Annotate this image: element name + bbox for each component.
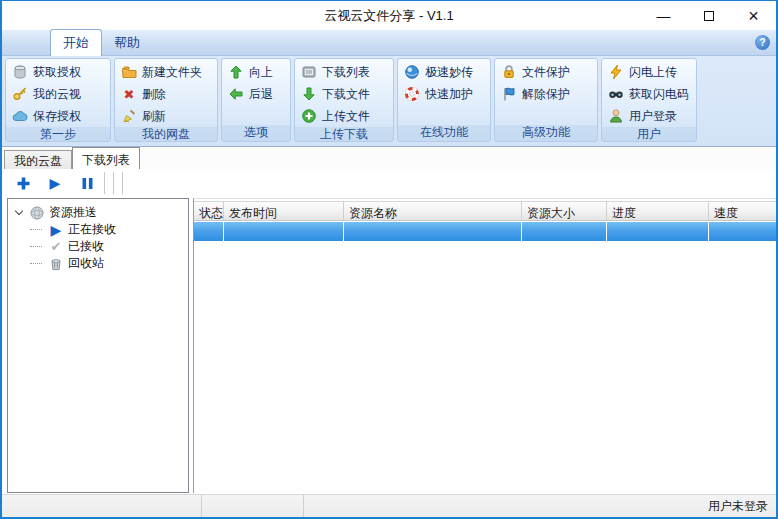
up-button[interactable]: 向上: [228, 61, 290, 83]
page-tab-strip: 我的云盘 下载列表: [2, 147, 776, 169]
quick-protect-button[interactable]: 快速加护: [404, 83, 490, 105]
pause-icon: [81, 177, 94, 190]
lifebuoy-icon: [404, 86, 420, 102]
tree-node-label: 资源推送: [49, 204, 97, 221]
unprotect-button[interactable]: 解除保护: [501, 83, 597, 105]
tree-node-label: 正在接收: [68, 221, 116, 238]
user-icon: [608, 108, 624, 124]
button-label: 新建文件夹: [142, 64, 202, 81]
tree-connector: [30, 246, 42, 247]
ribbon-group-advanced-features: 文件保护 解除保护 高级功能: [494, 58, 598, 142]
button-label: 下载列表: [322, 64, 370, 81]
help-icon[interactable]: ?: [755, 35, 770, 50]
tree-node-resource-push[interactable]: 资源推送: [8, 204, 188, 221]
column-header-resource-size[interactable]: 资源大小: [522, 202, 607, 220]
ribbon: 获取授权 我的云视 保存授权 第一步 新建文件夹: [2, 56, 776, 147]
group-items: 下载列表 下载文件 上传文件: [295, 59, 393, 127]
button-label: 极速妙传: [425, 64, 473, 81]
ribbon-group-label: 选项: [222, 125, 290, 141]
button-label: 快速加护: [425, 86, 473, 103]
tree-node-label: 回收站: [68, 255, 104, 272]
ribbon-group-label: 我的网盘: [115, 127, 217, 142]
binoculars-icon: [608, 86, 624, 102]
resource-tree-panel: 资源推送 ▶ 正在接收 ✔ 已接收 回收站: [7, 198, 189, 493]
chevron-down-icon[interactable]: [15, 207, 23, 215]
key-icon: [12, 86, 28, 102]
file-protect-button[interactable]: 文件保护: [501, 61, 597, 83]
download-file-button[interactable]: 下载文件: [301, 83, 393, 105]
table-cell: [194, 222, 224, 241]
table-row-selected[interactable]: [194, 222, 776, 241]
delete-icon: ✖: [121, 86, 137, 102]
button-label: 解除保护: [522, 86, 570, 103]
back-button[interactable]: 后退: [228, 83, 290, 105]
ribbon-group-user: 闪电上传 获取闪电码 用户登录 用户: [601, 58, 697, 142]
table-cell: [607, 222, 709, 241]
speed-transfer-globe-icon: [404, 64, 420, 80]
tree-node-received[interactable]: ✔ 已接收: [8, 238, 188, 255]
table-header-row: 状态 发布时间 资源名称 资源大小 进度 速度: [194, 201, 776, 221]
ribbon-group-upload-download: 下载列表 下载文件 上传文件 上传下载: [294, 58, 394, 142]
get-lightning-code-button[interactable]: 获取闪电码: [608, 83, 696, 105]
ribbon-group-online-features: 极速妙传 快速加护 在线功能: [397, 58, 491, 142]
main-content: 资源推送 ▶ 正在接收 ✔ 已接收 回收站 状态 发布时间: [2, 197, 776, 494]
column-header-speed[interactable]: 速度: [709, 202, 776, 220]
ribbon-group-label: 第一步: [6, 127, 110, 142]
group-items: 闪电上传 获取闪电码 用户登录: [602, 59, 696, 127]
column-header-status[interactable]: 状态: [194, 202, 224, 220]
speed-transfer-button[interactable]: 极速妙传: [404, 61, 490, 83]
tab-my-cloud-disk[interactable]: 我的云盘: [4, 150, 72, 169]
ribbon-group-label: 用户: [602, 127, 696, 142]
start-task-button[interactable]: ▶: [46, 174, 64, 192]
tab-download-list[interactable]: 下载列表: [72, 147, 140, 169]
upload-file-button[interactable]: 上传文件: [301, 105, 393, 127]
new-folder-button[interactable]: 新建文件夹: [121, 61, 217, 83]
ribbon-group-label: 在线功能: [398, 125, 490, 141]
button-label: 用户登录: [629, 108, 677, 125]
add-task-button[interactable]: [14, 174, 32, 192]
download-toolbar: ▶: [2, 169, 776, 197]
button-label: 保存授权: [33, 108, 81, 125]
tree-node-receiving[interactable]: ▶ 正在接收: [8, 221, 188, 238]
column-header-resource-name[interactable]: 资源名称: [344, 202, 522, 220]
play-icon: ▶: [48, 222, 64, 238]
group-items: 获取授权 我的云视 保存授权: [6, 59, 110, 127]
delete-button[interactable]: ✖ 删除: [121, 83, 217, 105]
table-cell: [224, 222, 344, 241]
check-icon: ✔: [48, 239, 64, 255]
tab-start[interactable]: 开始: [50, 29, 102, 56]
up-arrow-icon: [228, 64, 244, 80]
database-icon: [12, 64, 28, 80]
tab-help[interactable]: 帮助: [102, 30, 152, 55]
status-segment: [202, 495, 304, 517]
my-yunshi-button[interactable]: 我的云视: [12, 83, 110, 105]
ribbon-group-label: 上传下载: [295, 127, 393, 142]
save-authorization-button[interactable]: 保存授权: [12, 105, 110, 127]
pause-task-button[interactable]: [78, 174, 96, 192]
user-login-button[interactable]: 用户登录: [608, 105, 696, 127]
download-list-icon: [301, 64, 317, 80]
lightning-upload-button[interactable]: 闪电上传: [608, 61, 696, 83]
ribbon-group-label: 高级功能: [495, 125, 597, 141]
button-label: 闪电上传: [629, 64, 677, 81]
button-label: 删除: [142, 86, 166, 103]
button-label: 文件保护: [522, 64, 570, 81]
button-label: 获取授权: [33, 64, 81, 81]
toolbar-separator: [113, 172, 114, 194]
download-list-button[interactable]: 下载列表: [301, 61, 393, 83]
window-title: 云视云文件分享 - V1.1: [2, 7, 776, 25]
refresh-button[interactable]: 刷新: [121, 105, 217, 127]
column-header-progress[interactable]: 进度: [607, 202, 709, 220]
cloud-icon: [12, 108, 28, 124]
table-cell: [344, 222, 522, 241]
button-label: 我的云视: [33, 86, 81, 103]
ribbon-group-first-step: 获取授权 我的云视 保存授权 第一步: [5, 58, 111, 142]
tree-node-recycle-bin[interactable]: 回收站: [8, 255, 188, 272]
status-segment: 用户未登录: [304, 495, 776, 517]
get-authorization-button[interactable]: 获取授权: [12, 61, 110, 83]
download-table-panel: 状态 发布时间 资源名称 资源大小 进度 速度: [193, 198, 776, 493]
user-login-status: 用户未登录: [708, 498, 768, 515]
column-header-publish-time[interactable]: 发布时间: [224, 202, 344, 220]
table-cell: [522, 222, 607, 241]
button-label: 向上: [249, 64, 273, 81]
